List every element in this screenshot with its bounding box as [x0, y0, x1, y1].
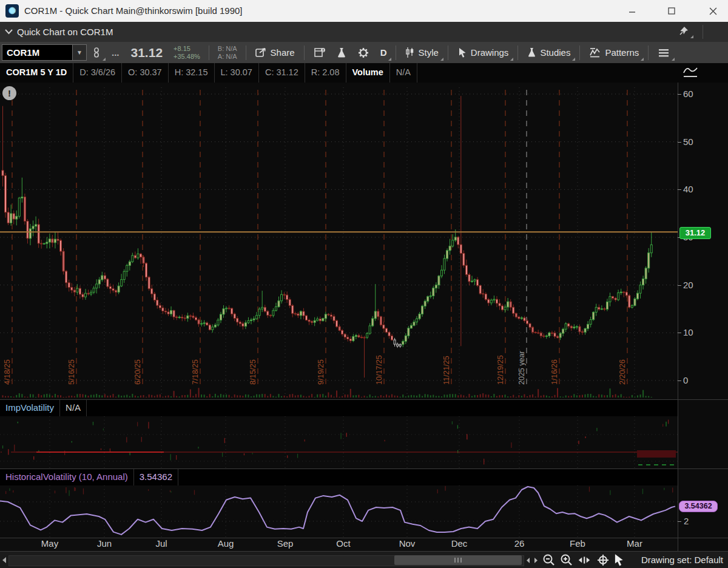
style-label: Style [418, 47, 438, 58]
chart-scrollbar-thumb[interactable] [394, 555, 522, 565]
drawings-button[interactable]: Drawings [452, 44, 514, 61]
histvol-study-label[interactable]: HistoricalVolatility (10, Annual) [0, 468, 134, 485]
drawing-set-label[interactable]: Drawing set: Default [641, 552, 723, 568]
impvol-pane[interactable] [0, 416, 678, 468]
month-label: Nov [399, 538, 416, 549]
grid [0, 87, 678, 394]
crosshair-icon[interactable] [596, 553, 610, 567]
drawings-label: Drawings [471, 47, 509, 58]
chevron-down-icon[interactable] [5, 29, 13, 35]
studies-label: Studies [540, 47, 570, 58]
ohlc-high: H: 32.15 [169, 63, 215, 83]
share-icon [255, 47, 267, 58]
minimize-button[interactable] [618, 0, 646, 22]
axis-tick-mark [678, 521, 681, 522]
share-label: Share [271, 47, 295, 58]
dropdown-indicator [572, 58, 575, 61]
price-axis-border [678, 83, 678, 551]
pane-divider[interactable] [0, 468, 728, 469]
candlestick-chart[interactable]: 4/18/255/16/256/20/257/18/258/15/259/19/… [0, 83, 678, 399]
axis-tick-mark [678, 142, 681, 143]
style-button[interactable]: Style [400, 44, 443, 61]
warning-icon[interactable]: ! [2, 86, 16, 100]
change-value: +8.15 [174, 45, 200, 53]
patterns-button[interactable]: Patterns [584, 44, 644, 61]
pin-button[interactable] [678, 25, 694, 39]
bottom-control-bar: Drawing set: Default [0, 551, 728, 568]
dropdown-indicator [672, 58, 675, 61]
svg-text:2025 year: 2025 year [517, 351, 526, 385]
candlestick-style-icon [405, 47, 414, 58]
last-price-badge: 31.12 [679, 227, 711, 239]
timeframe-button[interactable]: D [375, 44, 393, 61]
close-button[interactable] [699, 0, 727, 22]
svg-text:10/17/25: 10/17/25 [375, 355, 383, 385]
chart-notes-button[interactable] [308, 44, 331, 61]
separator [304, 46, 305, 60]
month-label: Jul [155, 538, 167, 549]
flask-icon [527, 47, 536, 58]
expand-chart-button[interactable] [682, 65, 700, 81]
histvol-artifacts [5, 486, 673, 496]
zoom-in-icon[interactable] [559, 553, 574, 567]
svg-text:2/20/26: 2/20/26 [618, 359, 627, 385]
maximize-icon [668, 7, 675, 15]
pin-icon [678, 25, 689, 36]
zoom-out-icon[interactable] [542, 553, 556, 567]
svg-text:4/18/25: 4/18/25 [3, 359, 12, 385]
main-price-pane[interactable]: 4/18/255/16/256/20/257/18/258/15/259/19/… [0, 83, 678, 399]
ohlc-close: C: 31.12 [259, 63, 305, 83]
more-options-button[interactable]: ... [106, 44, 125, 61]
histvol-value: 3.54362 [134, 468, 178, 485]
studies-button[interactable]: Studies [522, 44, 576, 61]
impvol-study-label[interactable]: ImpVolatility [0, 399, 60, 416]
separator [579, 46, 580, 60]
month-label: Mar [627, 538, 642, 549]
month-label: Dec [451, 538, 468, 549]
change-percent: +35.48% [174, 53, 200, 61]
app-icon: ✺ [5, 4, 19, 18]
volume-label: Volume [346, 63, 390, 83]
volume-value: N/A [390, 63, 417, 83]
impvol-chart [0, 416, 678, 468]
gear-icon [357, 47, 369, 59]
impvol-header: ImpVolatility N/A [0, 399, 678, 416]
symbol-timeframe: COR1M 5 Y 1D [0, 63, 73, 83]
cursor-arrow-icon [457, 47, 467, 58]
axis-tick-mark [678, 333, 681, 333]
toolbar-menu-button[interactable] [652, 44, 675, 61]
scroll-left-icon[interactable] [1, 556, 7, 564]
maximize-button[interactable] [658, 0, 686, 22]
pane-divider[interactable] [0, 399, 728, 400]
histvol-pane[interactable] [0, 485, 678, 538]
hamburger-menu-icon [658, 47, 670, 58]
chart-settings-button[interactable] [352, 44, 375, 61]
impvol-value: N/A [60, 399, 87, 416]
svg-text:8/15/25: 8/15/25 [249, 359, 257, 385]
volume-series [2, 388, 652, 397]
symbol-dropdown-button[interactable]: ▼ [72, 45, 86, 60]
month-label: Aug [218, 538, 234, 549]
bid-value: B: N/A [218, 45, 237, 53]
pan-left-icon[interactable] [525, 557, 531, 564]
symbol-input[interactable]: COR1M ▼ [2, 44, 87, 61]
month-label: May [41, 538, 58, 549]
svg-text:5/16/25: 5/16/25 [67, 359, 76, 385]
price-axis-tick-label: 0 [683, 376, 688, 385]
symbol-value[interactable]: COR1M [2, 45, 72, 60]
timeframe-label: D [380, 47, 387, 58]
price-axis-tick-label: 50 [683, 137, 693, 147]
analysis-tools-button[interactable] [331, 44, 352, 61]
pan-right-icon[interactable] [533, 557, 539, 564]
cursor-tool-icon[interactable] [612, 553, 626, 567]
link-gadget-button[interactable] [87, 44, 106, 61]
scrollbar-grip [454, 558, 462, 563]
ohlc-header: COR1M 5 Y 1D D: 3/6/26 O: 30.37 H: 32.15… [0, 63, 728, 83]
share-button[interactable]: Share [250, 44, 300, 61]
month-label: Jun [97, 538, 112, 549]
axis-tick-mark [678, 189, 681, 190]
flask-icon [337, 47, 346, 59]
expand-horizontal-icon[interactable] [577, 553, 592, 567]
separator [246, 46, 246, 60]
minimize-icon [629, 7, 636, 15]
